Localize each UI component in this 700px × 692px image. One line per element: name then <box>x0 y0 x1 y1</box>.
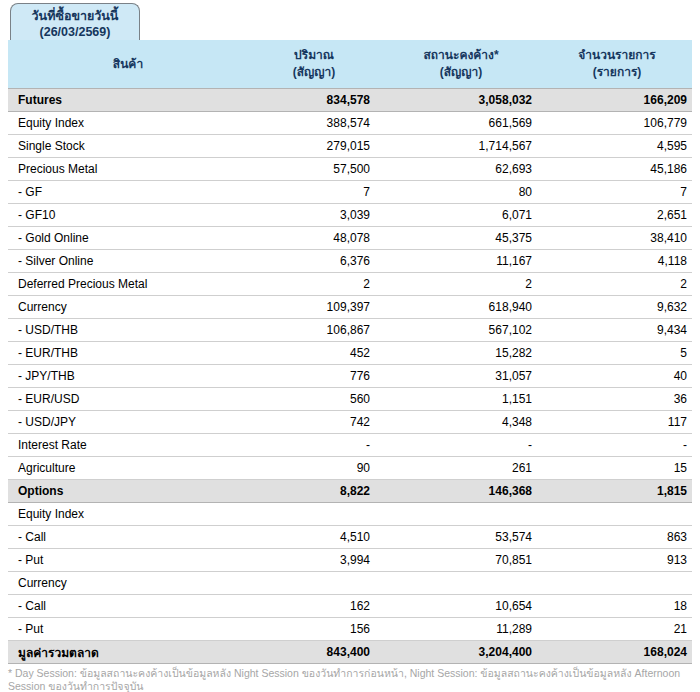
product-cell: Options <box>8 480 248 503</box>
summary-row: มูลค่ารวมตลาด843,4003,204,400168,024 <box>8 641 692 664</box>
product-cell: - Call <box>8 526 248 549</box>
deals-cell: 45,186 <box>542 158 692 181</box>
table-row: Agriculture9026115 <box>8 457 692 480</box>
table-row: Equity Index388,574661,569106,779 <box>8 112 692 135</box>
open-interest-cell: 146,368 <box>380 480 542 503</box>
product-cell: Deferred Precious Metal <box>8 273 248 296</box>
volume-cell: 834,578 <box>248 89 380 112</box>
volume-cell: 776 <box>248 365 380 388</box>
open-interest-cell: 11,167 <box>380 250 542 273</box>
open-interest-cell: - <box>380 434 542 457</box>
tfex-daily-trading-summary-page: วันที่ซื้อขายวันนี้ (26/03/2569) สินค้า … <box>0 0 700 692</box>
open-interest-cell: 53,574 <box>380 526 542 549</box>
open-interest-cell: 567,102 <box>380 319 542 342</box>
open-interest-cell: 3,204,400 <box>380 641 542 664</box>
product-cell: Equity Index <box>8 112 248 135</box>
product-cell: - USD/JPY <box>8 411 248 434</box>
open-interest-cell <box>380 572 542 595</box>
table-row: Equity Index <box>8 503 692 526</box>
volume-cell <box>248 572 380 595</box>
product-cell: - Put <box>8 549 248 572</box>
table-row: - GF7807 <box>8 181 692 204</box>
table-header-row: สินค้า ปริมาณ (สัญญา) สถานะคงค้าง* (สัญญ… <box>8 40 692 89</box>
volume-cell: 388,574 <box>248 112 380 135</box>
open-interest-cell: 10,654 <box>380 595 542 618</box>
session-footnote-text: * Day Session: ข้อมูลสถานะคงค้างเป็นข้อม… <box>8 667 680 692</box>
deals-cell: 168,024 <box>542 641 692 664</box>
table-row: Single Stock279,0151,714,5674,595 <box>8 135 692 158</box>
summary-row: Futures834,5783,058,032166,209 <box>8 89 692 112</box>
column-header-open-interest: สถานะคงค้าง* (สัญญา) <box>380 40 542 89</box>
table-row: - Call16210,65418 <box>8 595 692 618</box>
product-cell: Agriculture <box>8 457 248 480</box>
deals-cell: 913 <box>542 549 692 572</box>
deals-cell: 18 <box>542 595 692 618</box>
deals-cell: - <box>542 434 692 457</box>
table-row: - Put15611,28921 <box>8 618 692 641</box>
product-cell: - Call <box>8 595 248 618</box>
column-header-deals: จำนวนรายการ (รายการ) <box>542 40 692 89</box>
volume-cell: 560 <box>248 388 380 411</box>
volume-cell: 156 <box>248 618 380 641</box>
volume-cell: 3,994 <box>248 549 380 572</box>
volume-cell: 90 <box>248 457 380 480</box>
open-interest-cell: 618,940 <box>380 296 542 319</box>
deals-cell: 38,410 <box>542 227 692 250</box>
table-row: - EUR/THB45215,2825 <box>8 342 692 365</box>
table-row: - JPY/THB77631,05740 <box>8 365 692 388</box>
tab-trading-date-label: วันที่ซื้อขายวันนี้ <box>11 8 139 24</box>
open-interest-cell: 15,282 <box>380 342 542 365</box>
table-row: Currency <box>8 572 692 595</box>
table-row: - USD/JPY7424,348117 <box>8 411 692 434</box>
deals-cell: 40 <box>542 365 692 388</box>
volume-cell: 6,376 <box>248 250 380 273</box>
deals-cell: 7 <box>542 181 692 204</box>
column-header-open-interest-label: สถานะคงค้าง* <box>380 47 542 64</box>
column-header-volume-unit: (สัญญา) <box>248 64 380 81</box>
open-interest-cell: 261 <box>380 457 542 480</box>
table-row: - USD/THB106,867567,1029,434 <box>8 319 692 342</box>
deals-cell: 2 <box>542 273 692 296</box>
deals-cell: 36 <box>542 388 692 411</box>
volume-cell: 162 <box>248 595 380 618</box>
column-header-open-interest-unit: (สัญญา) <box>380 64 542 81</box>
market-summary-table: สินค้า ปริมาณ (สัญญา) สถานะคงค้าง* (สัญญ… <box>8 40 692 664</box>
product-cell: มูลค่ารวมตลาด <box>8 641 248 664</box>
summary-row: Options8,822146,3681,815 <box>8 480 692 503</box>
product-cell: Precious Metal <box>8 158 248 181</box>
column-header-product-label: สินค้า <box>8 56 248 73</box>
product-cell: Interest Rate <box>8 434 248 457</box>
table-row: Precious Metal57,50062,69345,186 <box>8 158 692 181</box>
open-interest-cell: 31,057 <box>380 365 542 388</box>
volume-cell: 452 <box>248 342 380 365</box>
table-row: - Put3,99470,851913 <box>8 549 692 572</box>
product-cell: - USD/THB <box>8 319 248 342</box>
product-cell: - Silver Online <box>8 250 248 273</box>
table-row: Deferred Precious Metal222 <box>8 273 692 296</box>
open-interest-cell: 661,569 <box>380 112 542 135</box>
open-interest-cell: 45,375 <box>380 227 542 250</box>
product-cell: Futures <box>8 89 248 112</box>
open-interest-cell <box>380 503 542 526</box>
column-header-product: สินค้า <box>8 40 248 89</box>
product-cell: Single Stock <box>8 135 248 158</box>
product-cell: - JPY/THB <box>8 365 248 388</box>
volume-cell: 8,822 <box>248 480 380 503</box>
open-interest-cell: 4,348 <box>380 411 542 434</box>
volume-cell: 48,078 <box>248 227 380 250</box>
deals-cell: 1,815 <box>542 480 692 503</box>
deals-cell: 117 <box>542 411 692 434</box>
product-cell: - GF10 <box>8 204 248 227</box>
session-footnote: * Day Session: ข้อมูลสถานะคงค้างเป็นข้อม… <box>8 667 692 692</box>
product-cell: Currency <box>8 572 248 595</box>
volume-cell: 57,500 <box>248 158 380 181</box>
open-interest-cell: 1,714,567 <box>380 135 542 158</box>
table-row: - EUR/USD5601,15136 <box>8 388 692 411</box>
tab-trading-date[interactable]: วันที่ซื้อขายวันนี้ (26/03/2569) <box>10 3 140 40</box>
volume-cell: 4,510 <box>248 526 380 549</box>
table-row: - GF103,0396,0712,651 <box>8 204 692 227</box>
deals-cell: 5 <box>542 342 692 365</box>
table-row: - Silver Online6,37611,1674,118 <box>8 250 692 273</box>
product-cell: - EUR/USD <box>8 388 248 411</box>
open-interest-cell: 6,071 <box>380 204 542 227</box>
